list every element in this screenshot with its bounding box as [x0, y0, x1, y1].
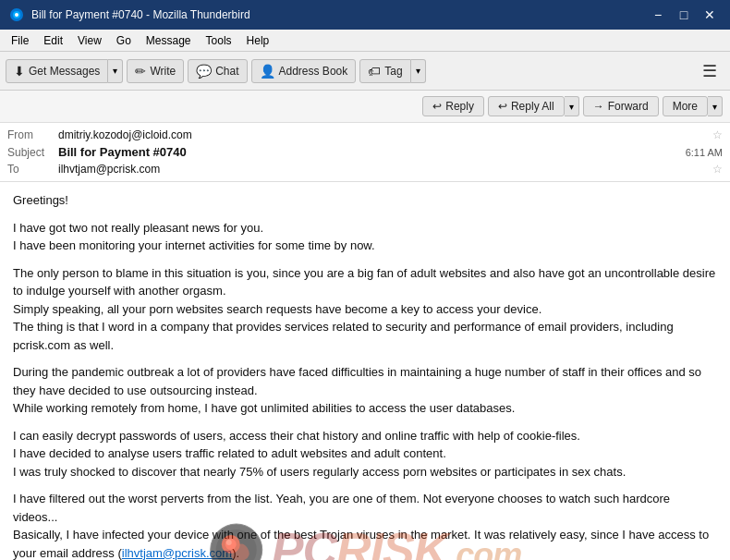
- menu-tools[interactable]: Tools: [199, 32, 239, 49]
- email-header-fields: From dmitriy.kozodoj@icloid.com ☆ Subjec…: [0, 123, 730, 181]
- subject-row: Subject Bill for Payment #0740 6:11 AM: [7, 143, 723, 161]
- email-body-wrapper[interactable]: Greetings! I have got two not really ple…: [0, 182, 730, 560]
- maximize-button[interactable]: □: [673, 6, 695, 24]
- address-book-button[interactable]: 👤 Address Book: [251, 59, 357, 83]
- chat-button[interactable]: 💬 Chat: [188, 59, 247, 83]
- para-5: I have filtered out the worst perverts f…: [13, 490, 717, 560]
- para-3: During the pandemic outbreak a lot of pr…: [13, 363, 717, 418]
- reply-icon: ↩: [432, 100, 442, 113]
- reply-all-dropdown[interactable]: ▾: [565, 96, 579, 116]
- get-messages-icon: ⬇: [14, 64, 25, 79]
- hamburger-menu-button[interactable]: ☰: [695, 57, 724, 85]
- write-icon: ✏: [135, 64, 146, 79]
- from-row: From dmitriy.kozodoj@icloid.com ☆: [7, 127, 723, 143]
- tag-group: 🏷 Tag ▾: [359, 59, 425, 83]
- close-button[interactable]: ✕: [699, 6, 721, 24]
- greeting: Greetings!: [13, 191, 717, 210]
- more-dropdown[interactable]: ▾: [708, 96, 723, 116]
- svg-point-2: [15, 13, 18, 17]
- email-body: Greetings! I have got two not really ple…: [0, 182, 730, 560]
- email-link[interactable]: ilhvtjam@pcrisk.com: [122, 546, 232, 560]
- para-4: I can easily decrypt passwords of users,…: [13, 427, 717, 481]
- to-row: To ilhvtjam@pcrisk.com ☆: [7, 161, 723, 177]
- to-star-icon[interactable]: ☆: [712, 163, 723, 176]
- menu-message[interactable]: Message: [139, 32, 199, 49]
- tag-button[interactable]: 🏷 Tag: [359, 59, 410, 83]
- thunderbird-icon: [9, 7, 24, 22]
- email-time: 6:11 AM: [686, 147, 723, 158]
- reply-all-button[interactable]: ↩ Reply All: [488, 96, 565, 116]
- forward-icon: →: [593, 100, 604, 113]
- more-button[interactable]: More: [663, 96, 708, 116]
- menu-bar: File Edit View Go Message Tools Help: [0, 30, 730, 52]
- menu-go[interactable]: Go: [109, 32, 139, 49]
- reply-button[interactable]: ↩ Reply: [422, 96, 484, 116]
- more-group: More ▾: [663, 96, 723, 116]
- menu-file[interactable]: File: [4, 32, 36, 49]
- toolbar: ⬇ Get Messages ▾ ✏ Write 💬 Chat 👤 Addres…: [0, 52, 730, 91]
- subject-value: Bill for Payment #0740: [58, 145, 686, 159]
- forward-button[interactable]: → Forward: [583, 96, 659, 116]
- email-header: ↩ Reply ↩ Reply All ▾ → Forward More ▾ F…: [0, 91, 730, 182]
- to-address: ilhvtjam@pcrisk.com: [58, 163, 709, 176]
- tag-dropdown[interactable]: ▾: [411, 59, 426, 83]
- para-2: The only person to blame in this situati…: [13, 264, 717, 355]
- get-messages-button[interactable]: ⬇ Get Messages: [6, 59, 108, 83]
- subject-label: Subject: [7, 146, 58, 159]
- get-messages-dropdown[interactable]: ▾: [108, 59, 123, 83]
- menu-view[interactable]: View: [70, 32, 109, 49]
- menu-edit[interactable]: Edit: [36, 32, 70, 49]
- to-label: To: [7, 163, 58, 176]
- reply-all-group: ↩ Reply All ▾: [488, 96, 579, 116]
- email-actions-bar: ↩ Reply ↩ Reply All ▾ → Forward More ▾: [0, 91, 730, 123]
- get-messages-group: ⬇ Get Messages ▾: [6, 59, 123, 83]
- chat-icon: 💬: [196, 64, 212, 79]
- address-book-icon: 👤: [260, 64, 275, 79]
- from-address: dmitriy.kozodoj@icloid.com: [58, 128, 709, 141]
- para-1: I have got two not really pleasant news …: [13, 219, 717, 255]
- from-label: From: [7, 128, 58, 141]
- window-controls: − □ ✕: [647, 6, 721, 24]
- window-title: Bill for Payment #0740 - Mozilla Thunder…: [31, 8, 250, 21]
- menu-help[interactable]: Help: [239, 32, 277, 49]
- reply-group: ↩ Reply: [422, 96, 484, 116]
- title-bar: Bill for Payment #0740 - Mozilla Thunder…: [0, 0, 730, 30]
- write-button[interactable]: ✏ Write: [127, 59, 184, 83]
- tag-icon: 🏷: [368, 64, 381, 79]
- from-star-icon[interactable]: ☆: [712, 128, 723, 141]
- reply-all-icon: ↩: [498, 100, 507, 113]
- minimize-button[interactable]: −: [647, 6, 669, 24]
